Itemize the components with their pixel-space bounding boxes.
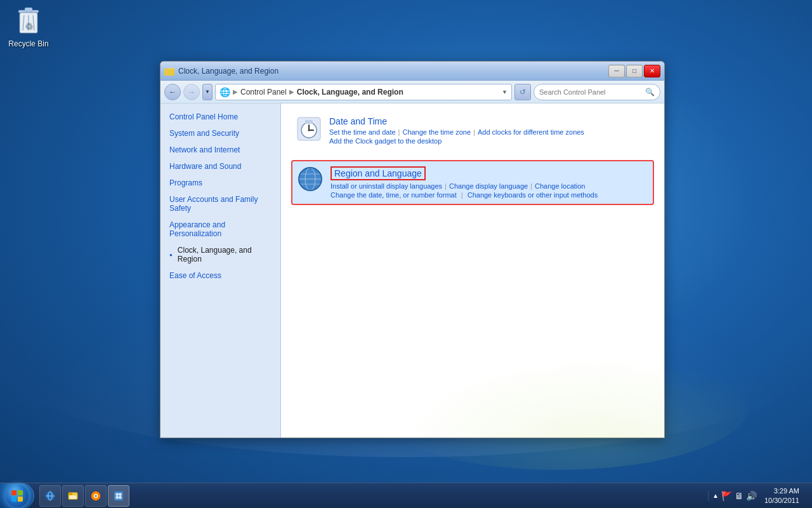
region-language-icon: [298, 166, 323, 192]
control-panel-taskbar-icon: [114, 490, 124, 502]
title-bar-controls: ─ □ ✕: [608, 65, 660, 77]
system-clock[interactable]: 3:29 AM 10/30/2011: [764, 486, 799, 505]
link-change-display-lang[interactable]: Change display language: [449, 182, 528, 190]
taskbar-ie[interactable]: [39, 485, 61, 507]
clock-time: 3:29 AM: [764, 486, 799, 495]
start-orb: [6, 485, 29, 507]
link-change-timezone[interactable]: Change the time zone: [402, 128, 471, 136]
address-separator: ▶: [289, 88, 294, 95]
sidebar-label-clock: Clock, Language, and Region: [178, 246, 272, 264]
address-bar: 🌐 ▶ Control Panel ▶ Clock, Language, and…: [215, 84, 512, 100]
start-button[interactable]: [0, 483, 34, 509]
svg-point-13: [308, 130, 310, 131]
svg-point-31: [115, 493, 119, 496]
sidebar-item-system[interactable]: System and Security: [160, 125, 280, 142]
category-region-language: Region and Language Install or uninstall…: [291, 160, 654, 205]
system-tray: ▲ 🚩 🖥 🔊: [708, 491, 761, 501]
address-path-arrow: ▶: [233, 88, 238, 95]
region-language-info: Region and Language Install or uninstall…: [331, 166, 648, 199]
date-time-links: Set the time and date | Change the time …: [329, 128, 649, 145]
sidebar-label-appearance: Appearance and Personalization: [169, 220, 272, 238]
sep1: |: [398, 128, 400, 136]
ie-icon: [45, 490, 55, 502]
window-title: Clock, Language, and Region: [178, 67, 278, 76]
taskbar-items: [37, 483, 703, 508]
sidebar-label-hardware: Hardware and Sound: [169, 162, 241, 171]
svg-rect-25: [69, 495, 76, 499]
date-time-link-line2: Add the Clock gadget to the desktop: [329, 137, 649, 145]
date-time-icon: [296, 116, 322, 142]
sidebar-item-appearance[interactable]: Appearance and Personalization: [160, 217, 280, 242]
search-input[interactable]: [539, 88, 643, 96]
link-set-time[interactable]: Set the time and date: [329, 128, 396, 136]
sidebar-item-users[interactable]: User Accounts and Family Safety: [160, 191, 280, 217]
sep3: |: [445, 182, 447, 190]
taskbar-right: ▲ 🚩 🖥 🔊 3:29 AM 10/30/2011: [703, 486, 812, 505]
sidebar-label-programs: Programs: [169, 178, 202, 187]
link-add-clocks[interactable]: Add clocks for different time zones: [478, 128, 584, 136]
svg-rect-30: [114, 491, 123, 500]
region-language-title[interactable]: Region and Language: [331, 166, 426, 180]
forward-button[interactable]: →: [183, 84, 200, 100]
sidebar-item-home[interactable]: Control Panel Home: [160, 109, 280, 125]
sidebar-label-users: User Accounts and Family Safety: [169, 195, 277, 213]
title-bar: Clock, Language, and Region ─ □ ✕: [160, 62, 664, 81]
link-change-date-format[interactable]: Change the date, time, or number format: [331, 191, 457, 199]
region-language-links: Install or uninstall display languages |…: [331, 182, 648, 199]
link-change-keyboards[interactable]: Change keyboards or other input methods: [468, 191, 598, 199]
maximize-button[interactable]: □: [626, 65, 643, 77]
address-path-1[interactable]: Control Panel: [240, 88, 287, 97]
sidebar-item-programs[interactable]: Programs: [160, 175, 280, 191]
sidebar-item-clock[interactable]: ● Clock, Language, and Region: [160, 242, 280, 267]
svg-rect-10: [305, 120, 313, 124]
sidebar-item-ease[interactable]: Ease of Access: [160, 267, 280, 284]
close-button[interactable]: ✕: [644, 65, 660, 77]
address-path-2[interactable]: Clock, Language, and Region: [297, 88, 403, 97]
taskbar-explorer[interactable]: [62, 485, 84, 507]
sidebar-item-network[interactable]: Network and Internet: [160, 142, 280, 158]
sidebar-item-hardware[interactable]: Hardware and Sound: [160, 158, 280, 175]
media-icon: [91, 490, 101, 502]
recycle-bin-icon[interactable]: ♻ Recycle Bin: [6, 6, 51, 48]
recycle-bin-label: Recycle Bin: [8, 39, 48, 48]
svg-text:♻: ♻: [25, 21, 33, 31]
sep4: |: [530, 182, 532, 190]
link-change-location[interactable]: Change location: [535, 182, 586, 190]
active-bullet-icon: ●: [169, 252, 173, 258]
tray-flag-icon: 🚩: [721, 491, 732, 501]
taskbar: ▲ 🚩 🖥 🔊 3:29 AM 10/30/2011: [0, 483, 812, 508]
taskbar-media[interactable]: [85, 485, 107, 507]
nav-bar: ← → ▼ 🌐 ▶ Control Panel ▶ Clock, Languag…: [160, 81, 664, 104]
window-content: Control Panel Home System and Security N…: [160, 104, 664, 438]
date-time-title[interactable]: Date and Time: [329, 116, 649, 126]
tray-speaker-icon: 🔊: [746, 491, 757, 501]
date-time-info: Date and Time Set the time and date | Ch…: [329, 116, 649, 145]
svg-point-33: [115, 496, 119, 499]
minimize-button[interactable]: ─: [608, 65, 625, 77]
link-add-gadget[interactable]: Add the Clock gadget to the desktop: [329, 137, 442, 145]
sidebar-label-system: System and Security: [169, 129, 239, 138]
back-button[interactable]: ←: [164, 84, 181, 100]
svg-point-34: [119, 496, 122, 499]
link-install-languages[interactable]: Install or uninstall display languages: [331, 182, 442, 190]
category-date-time: Date and Time Set the time and date | Ch…: [291, 111, 654, 150]
sidebar: Control Panel Home System and Security N…: [160, 104, 281, 438]
taskbar-control-panel[interactable]: [108, 485, 129, 507]
search-box: 🔍: [534, 84, 660, 100]
desktop: ♻ Recycle Bin Clock, Language, and Regio…: [0, 0, 812, 508]
title-bar-left: Clock, Language, and Region: [164, 66, 278, 76]
sep2: |: [473, 128, 475, 136]
window-icon: [164, 66, 174, 76]
recycle-bin-graphic: ♻: [16, 6, 41, 37]
svg-rect-1: [25, 8, 32, 11]
refresh-button[interactable]: ↺: [514, 84, 531, 100]
search-icon[interactable]: 🔍: [645, 88, 655, 97]
clock-date: 10/30/2011: [764, 496, 799, 505]
tray-arrow[interactable]: ▲: [712, 492, 719, 499]
svg-point-32: [119, 493, 122, 496]
sidebar-label-home: Control Panel Home: [169, 112, 238, 121]
sidebar-label-ease: Ease of Access: [169, 271, 221, 280]
control-panel-window: Clock, Language, and Region ─ □ ✕ ← → ▼ …: [160, 61, 665, 438]
history-dropdown[interactable]: ▼: [202, 84, 213, 100]
address-dropdown-btn[interactable]: ▼: [502, 89, 508, 95]
